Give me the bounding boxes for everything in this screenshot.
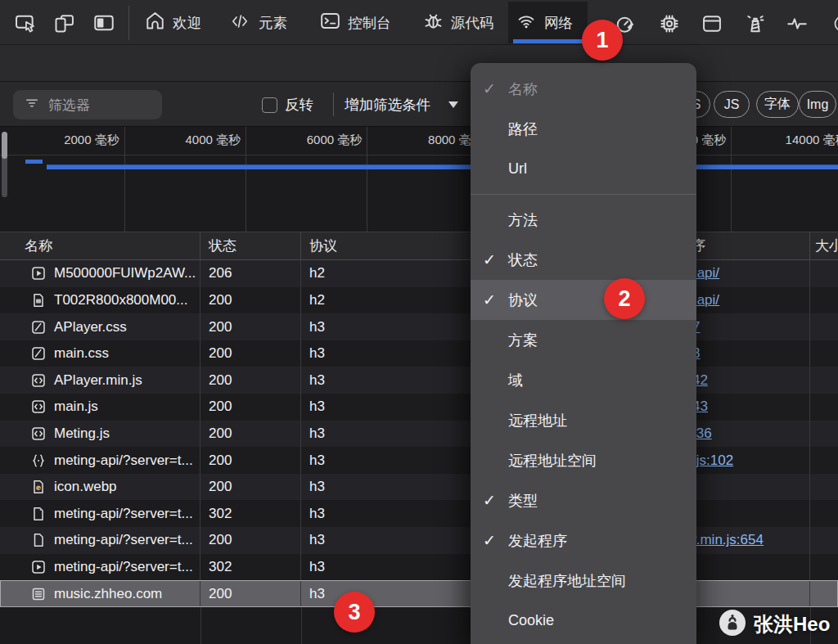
column-header-size[interactable]: 大小	[810, 232, 838, 259]
table-row[interactable]: meting-api/?server=t...302h3	[0, 500, 838, 527]
inspect-element-icon[interactable]	[12, 11, 38, 35]
menu-item[interactable]: ✓协议	[471, 280, 696, 320]
tab-wifi[interactable]: 网络	[515, 0, 573, 45]
dock-panel-icon[interactable]	[91, 11, 117, 35]
menu-item: ✓名称	[471, 69, 696, 109]
device-emulation-icon[interactable]	[52, 11, 78, 35]
timeline-tick-label: 6000 毫秒	[247, 133, 362, 148]
docfold-file-icon	[31, 507, 46, 521]
cell-size	[810, 287, 838, 314]
menu-item-label: 发起程序	[508, 531, 567, 551]
appwindow-icon[interactable]	[700, 12, 724, 35]
menu-item[interactable]: ✓发起程序	[471, 520, 696, 561]
bug-icon	[422, 10, 444, 35]
menu-item[interactable]: 方案	[471, 320, 696, 360]
menu-item[interactable]: 远程地址	[471, 400, 696, 440]
code-icon	[228, 11, 252, 34]
menu-item-label: 方案	[508, 331, 538, 350]
timeline-tick-label: 4000 毫秒	[126, 133, 241, 148]
table-row[interactable]: Meting.js200h3:36	[0, 421, 838, 448]
menu-item-label: 远程地址	[508, 411, 567, 430]
chip-icon[interactable]	[657, 12, 682, 35]
menu-item[interactable]: 路径	[471, 109, 696, 149]
type-pill-字体[interactable]: 字体	[756, 91, 799, 118]
cell-status: 200	[200, 287, 301, 314]
table-row[interactable]: main.css200h33	[0, 340, 838, 367]
filter-placeholder: 筛选器	[48, 96, 90, 115]
cell-status: 200	[200, 313, 301, 340]
initiator-link[interactable]: r.min.js:654	[692, 532, 764, 548]
pulse-icon[interactable]	[785, 12, 809, 35]
cell-name: meting-api/?server=t...	[0, 554, 200, 581]
tab-label: 欢迎	[173, 13, 201, 33]
devtools-window: 欢迎元素控制台源代码网络 ✓ 保留日志 ✓ 禁用缓存 无限制 筛选器 反转 增加…	[0, 0, 838, 644]
cell-name: main.css	[0, 340, 200, 367]
table-row[interactable]: meting-api/?server=t...302h3	[0, 554, 838, 581]
column-context-menu: ✓名称路径Url方法✓状态✓协议方案域远程地址远程地址空间✓类型✓发起程序发起程…	[471, 63, 696, 644]
cell-status: 200	[200, 527, 301, 554]
table-row[interactable]: M500000FUIWp2AW...206h2-api/	[0, 260, 838, 287]
invert-checkbox[interactable]	[262, 97, 277, 113]
tab-code[interactable]: 元素	[228, 0, 287, 45]
js-file-icon	[31, 426, 46, 441]
menu-item[interactable]: ✓类型	[471, 480, 696, 520]
request-name: main.js	[54, 399, 98, 415]
waterfall-bar-small	[25, 160, 43, 164]
active-tab-underline	[513, 39, 583, 43]
request-name: APlayer.css	[54, 319, 127, 336]
menu-item[interactable]: 域	[471, 360, 696, 400]
initiator-link[interactable]: .js:102	[692, 453, 733, 469]
tab-label: 元素	[259, 13, 287, 33]
table-row[interactable]: music.zhheo.com200h3	[0, 580, 838, 607]
cell-size	[810, 554, 838, 581]
request-table-body: M500000FUIWp2AW...206h2-api/T002R800x800…	[0, 260, 838, 607]
timeline-header-line	[0, 155, 838, 155]
request-name: M500000FUIWp2AW...	[54, 265, 196, 281]
table-row[interactable]: meting-api/?server=t...200h3r.min.js:654	[0, 527, 838, 554]
timeline-tick-label: 14000 毫秒	[733, 133, 838, 148]
timeline-scrollbar-handle[interactable]	[2, 132, 7, 159]
timeline-tick-label: 8000 毫秒	[369, 133, 484, 148]
menu-item[interactable]: ✓状态	[471, 240, 696, 280]
cell-name: Meting.js	[0, 421, 200, 448]
timeline-gridline	[731, 127, 732, 232]
lighthouse-icon[interactable]	[743, 12, 768, 35]
timeline-gridline	[367, 127, 367, 232]
tab-home[interactable]: 欢迎	[144, 0, 201, 45]
request-name: meting-api/?server=t...	[54, 506, 193, 522]
main-toolbar: 欢迎元素控制台源代码网络	[0, 0, 838, 45]
menu-item[interactable]: 方法	[471, 200, 696, 240]
cell-status: 200	[200, 394, 301, 421]
column-header-name[interactable]: 名称	[0, 232, 200, 259]
table-row[interactable]: APlayer.css200h37	[0, 313, 838, 340]
add-filter-button[interactable]: 增加筛选条件	[345, 82, 430, 127]
request-name: main.css	[54, 345, 109, 362]
menu-item[interactable]: 远程地址空间	[471, 440, 696, 480]
type-pill-img[interactable]: Img	[799, 91, 836, 118]
menu-item[interactable]: 发起程序地址空间	[471, 561, 696, 601]
table-row[interactable]: main.js200h343	[0, 394, 838, 421]
annotation-badge-3: 3	[334, 592, 375, 633]
request-name: meting-api/?server=t...	[54, 532, 193, 548]
table-row[interactable]: T002R800x800M00...200h2-api/	[0, 287, 838, 314]
menu-item-label: 发起程序地址空间	[508, 571, 626, 591]
table-row[interactable]: meting-api/?server=t...200h3.js:102	[0, 447, 838, 474]
tab-console[interactable]: 控制台	[319, 0, 391, 45]
js-file-icon	[31, 373, 46, 388]
column-header-status[interactable]: 状态	[200, 232, 301, 259]
menu-item[interactable]: Cookie	[471, 601, 696, 641]
timeline-overview[interactable]: 2000 毫秒4000 毫秒6000 毫秒8000 毫秒10000 毫秒1200…	[0, 127, 838, 232]
request-name: music.zhheo.com	[54, 586, 162, 602]
waterfall-bar-main	[47, 164, 838, 169]
cell-name: M500000FUIWp2AW...	[0, 260, 200, 287]
tab-bug[interactable]: 源代码	[422, 0, 494, 45]
table-row[interactable]: icon.webp200h3	[0, 474, 838, 501]
partialc-icon[interactable]	[823, 12, 838, 35]
table-row[interactable]: APlayer.min.js200h342	[0, 367, 838, 394]
menu-item[interactable]: Url	[471, 149, 696, 189]
imagedoc-file-icon	[31, 293, 46, 308]
filter-input[interactable]: 筛选器	[13, 90, 162, 119]
type-pill-js[interactable]: JS	[714, 91, 750, 118]
cell-size	[810, 340, 838, 367]
cell-size	[810, 447, 838, 474]
